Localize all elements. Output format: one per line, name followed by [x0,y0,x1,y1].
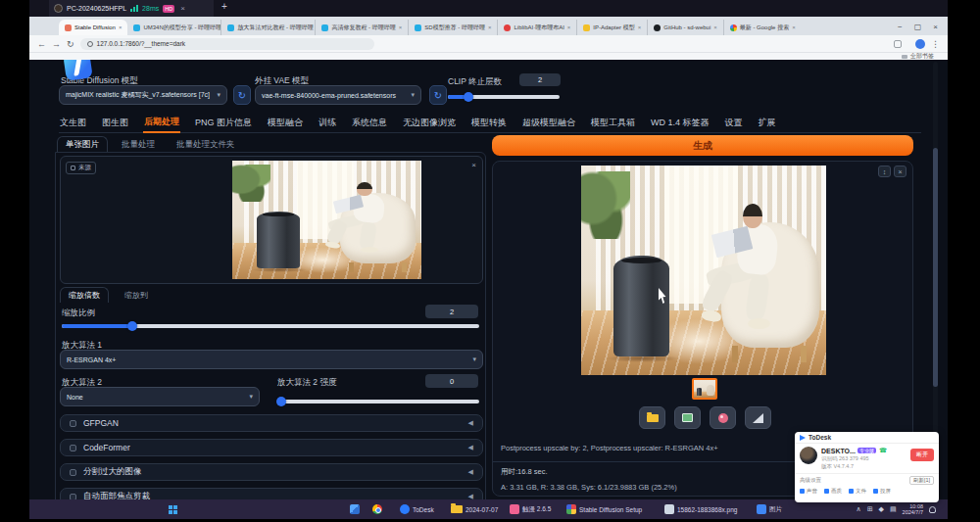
advanced-settings-label[interactable]: 高级设置 [800,477,821,484]
upscaler2-strength-value[interactable]: 0 [425,374,478,388]
tab-close-icon[interactable]: × [488,24,492,30]
slider-knob[interactable] [127,321,137,331]
todesk-titlebar[interactable]: ToDesk [795,432,939,444]
back-icon[interactable]: ← [37,39,46,49]
browser-tab[interactable]: GitHub - sd-webui× [648,20,724,35]
checkpoint-dropdown[interactable]: majicMIX realistic 麦橘写实_v7.safetensors [… [59,85,227,105]
hd-quality-badge[interactable]: HD [163,5,174,13]
tab-extras[interactable]: 后期处理 [143,113,180,133]
taskbar-sd-setup-button[interactable]: Stable Diffusion Setup [566,501,642,517]
tray-chevron-icon[interactable]: ∧ [857,505,861,513]
minimize-button[interactable]: − [898,23,903,31]
browser-tab[interactable]: 放大算法对比教程 - 哔哩哔哩× [221,20,316,35]
source-image-dropzone[interactable]: 来源 × [60,156,483,284]
tab-txt2img[interactable]: 文生图 [59,114,87,132]
clip-skip-value[interactable]: 2 [519,73,561,86]
clear-image-icon[interactable]: × [471,161,476,169]
slider-knob[interactable] [276,397,286,406]
tab-extensions[interactable]: 扩展 [758,114,777,132]
browser-tab[interactable]: 高清修复教程 - 哔哩哔哩× [316,20,409,35]
fullscreen-button[interactable]: ↕ [878,166,891,177]
subtab-single-image[interactable]: 单张图片 [57,136,108,153]
tab-close-icon[interactable]: × [119,24,122,30]
new-session-button[interactable]: + [221,1,227,12]
resize-value[interactable]: 2 [425,305,478,318]
taskbar-folder-button[interactable]: 2024-07-07 [451,501,498,517]
tab-system-info[interactable]: 系统信息 [351,114,388,132]
tab-model-converter[interactable]: 模型转换 [470,114,508,132]
resize-slider[interactable] [62,324,479,328]
save-image-button[interactable] [674,406,701,429]
accordion-split-oversized[interactable]: 分割过大的图像 ◀ [60,463,483,481]
browser-tab-active[interactable]: Stable Diffusion × [59,20,127,35]
browser-tab[interactable]: UM34N的模型分享 - 哔哩哔哩× [127,20,221,35]
refresh-vae-button[interactable]: ↻ [429,85,447,105]
toggle-quality[interactable]: 画质 [824,488,842,495]
taskbar-photos-button[interactable]: 图片 [757,501,782,517]
accordion-auto-face-crop[interactable]: 自动面部焦点剪裁 ◀ [60,488,483,499]
tab-checkpoint-merger[interactable]: 模型融合 [267,114,304,132]
tab-wd14-tagger[interactable]: WD 1.4 标签器 [650,114,710,132]
tab-close-icon[interactable]: × [713,24,717,30]
refresh-checkpoint-button[interactable]: ↻ [233,85,251,105]
taskbar-widgets-button[interactable] [350,501,360,517]
tray-icon-2[interactable]: ◆ [879,505,884,513]
checkbox[interactable] [70,445,76,451]
disconnect-button[interactable]: 断开 [910,449,934,461]
upscaler2-strength-slider[interactable] [277,400,479,403]
close-gallery-button[interactable]: × [894,166,906,177]
browser-tab[interactable]: SD模型推荐 - 哔哩哔哩× [409,20,498,35]
vae-dropdown[interactable]: vae-ft-mse-840000-ema-pruned.safetensors… [255,85,421,105]
toggle-cast[interactable]: 投屏 [873,488,891,495]
start-button[interactable] [169,501,177,517]
generate-button[interactable]: 生成 [492,135,913,156]
scrollbar-thumb[interactable] [933,148,938,387]
open-folder-button[interactable] [639,406,665,429]
close-session-icon[interactable]: × [180,4,185,13]
tab-infinite-browser[interactable]: 无边图像浏览 [402,114,457,132]
tab-train[interactable]: 训练 [318,114,337,132]
checkbox[interactable] [70,469,76,476]
taskbar-chuman-button[interactable]: 触漫 2.6.5 [510,501,551,517]
accordion-gfpgan[interactable]: GFPGAN ◀ [60,414,483,432]
browser-tab[interactable]: 最新 - Google 搜索× [724,20,802,35]
tab-close-icon[interactable]: × [638,24,642,30]
taskbar-clock[interactable]: 10:08 2024/7/7 [903,503,923,515]
slider-knob[interactable] [464,92,473,102]
extensions-icon[interactable] [894,40,902,48]
tab-close-icon[interactable]: × [567,24,571,30]
close-button[interactable]: × [933,23,938,31]
maximize-button[interactable]: ▢ [914,23,922,31]
send-to-extras-button[interactable] [745,406,771,429]
browser-tab[interactable]: LiblibAI·哩布哩布AI× [498,20,577,35]
accordion-codeformer[interactable]: CodeFormer ◀ [60,439,483,456]
taskbar-chrome-button[interactable] [372,501,382,517]
checkbox[interactable] [70,420,76,427]
profile-avatar[interactable] [915,39,925,49]
gallery-thumbnail-selected[interactable] [692,378,717,400]
menu-icon[interactable]: ⋮ [931,39,940,49]
clip-skip-slider[interactable] [448,95,560,99]
send-to-img2img-button[interactable] [710,406,736,429]
tab-super-merger[interactable]: 超级模型融合 [521,114,576,132]
site-info-icon[interactable] [87,41,93,47]
tab-scale-by[interactable]: 缩放倍数 [60,287,109,303]
page-scrollbar[interactable] [933,62,938,496]
tray-icon-3[interactable]: ▤ [890,505,897,513]
forward-icon[interactable]: → [52,39,61,49]
toggle-sound[interactable]: 声音 [800,488,817,495]
address-bar[interactable]: 127.0.0.1:7860/?__theme=dark [80,38,374,50]
tab-close-icon[interactable]: × [792,24,796,30]
browser-tab[interactable]: IP-Adapter 模型× [577,20,648,35]
taskbar-png-file-button[interactable]: 15862-1883868x.png [664,501,737,517]
tab-close-icon[interactable]: × [399,24,403,30]
tab-scale-to[interactable]: 缩放到 [117,288,156,303]
tray-icon-1[interactable]: ⊞ [867,505,873,513]
tab-settings[interactable]: 设置 [724,114,744,132]
upscaler1-dropdown[interactable]: R-ESRGAN 4x+ ▾ [60,350,483,369]
result-image[interactable] [581,166,826,375]
phone-icon[interactable]: ☎ [879,447,887,454]
subtab-batch-process[interactable]: 批量处理 [114,137,163,153]
source-image[interactable] [232,161,421,279]
tab-model-toolkit[interactable]: 模型工具箱 [590,114,636,132]
